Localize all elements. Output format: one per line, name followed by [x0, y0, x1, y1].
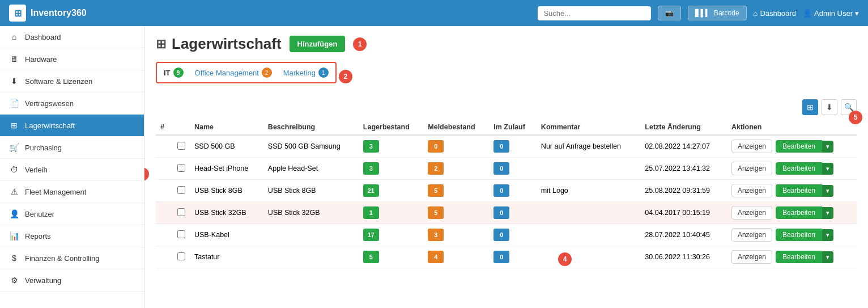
cell-comment-4	[537, 224, 640, 246]
sidebar-icon-software: ⬇	[9, 77, 19, 86]
cell-id-4	[156, 224, 173, 246]
barcode-button[interactable]: ▋▌▍ Barcode	[688, 6, 746, 20]
cell-threshold-4: 3	[423, 224, 489, 246]
threshold-badge-0: 0	[428, 140, 444, 153]
sidebar-item-vertragswesen[interactable]: 📄 Vertragswesen	[0, 92, 144, 115]
cell-threshold-3: 5	[423, 202, 489, 224]
row-checkbox-3[interactable]	[177, 208, 185, 216]
edit-dropdown-3[interactable]: ▾	[822, 207, 833, 219]
sidebar-item-finanzen[interactable]: $ Finanzen & Controlling	[0, 247, 144, 269]
sidebar-item-dashboard[interactable]: ⌂ Dashboard	[0, 26, 144, 48]
cell-check-2[interactable]	[173, 180, 190, 202]
row-checkbox-5[interactable]	[177, 252, 185, 260]
col-header-6: Im Zulauf	[489, 120, 537, 135]
sidebar-item-hardware[interactable]: 🖥 Hardware	[0, 48, 144, 70]
user-menu[interactable]: 👤 Admin User ▾	[803, 9, 859, 18]
table-row: SSD 500 GB SSD 500 GB Samsung 3 0 0 Nur …	[156, 135, 857, 158]
threshold-badge-5: 4	[428, 251, 444, 263]
edit-button-3[interactable]: Bearbeiten	[776, 206, 822, 219]
row-checkbox-0[interactable]	[177, 142, 185, 150]
col-header-4: Lagerbestand	[359, 120, 423, 135]
sidebar-label-fleet: Fleet Management	[25, 188, 86, 196]
search-input[interactable]	[538, 6, 651, 20]
cell-check-1[interactable]	[173, 158, 190, 180]
sidebar-item-fleet[interactable]: ⚠ Fleet Management	[0, 181, 144, 203]
sidebar-item-reports[interactable]: 📊 Reports	[0, 225, 144, 247]
show-button-4[interactable]: Anzeigen	[731, 228, 772, 242]
cell-check-5[interactable]	[173, 246, 190, 268]
edit-dropdown-5[interactable]: ▾	[822, 251, 833, 263]
cell-check-4[interactable]	[173, 224, 190, 246]
sidebar-icon-dashboard: ⌂	[9, 32, 19, 41]
row-checkbox-1[interactable]	[177, 164, 185, 172]
tab-it[interactable]: IT 9	[164, 66, 184, 79]
show-button-5[interactable]: Anzeigen	[731, 250, 772, 264]
col-header-9: Aktionen	[727, 120, 857, 135]
show-button-1[interactable]: Anzeigen	[731, 162, 772, 175]
tab-marketing[interactable]: Marketing 1	[283, 66, 329, 79]
edit-dropdown-2[interactable]: ▾	[822, 185, 833, 197]
cell-comment-2: mit Logo	[537, 180, 640, 202]
cell-threshold-0: 0	[423, 135, 489, 158]
inbound-badge-3: 0	[493, 206, 509, 219]
tab-office[interactable]: Office Management 2	[195, 66, 272, 79]
show-button-0[interactable]: Anzeigen	[731, 140, 772, 153]
table-row: USB Stick 8GB USB Stick 8GB 21 5 0 mit L…	[156, 180, 857, 202]
cell-threshold-5: 4	[423, 246, 489, 268]
sidebar-item-verwaltung[interactable]: ⚙ Verwaltung	[0, 269, 144, 292]
sidebar-label-verwaltung: Verwaltung	[25, 276, 61, 285]
inbound-badge-5: 0	[493, 251, 509, 263]
edit-button-5[interactable]: Bearbeiten	[776, 251, 822, 263]
sidebar-label-lagerwirtschaft: Lagerwirtschaft	[25, 121, 75, 130]
table-header-row: ⊞ ⬇ 🔍	[156, 99, 857, 115]
edit-group-4: Bearbeiten ▾	[776, 229, 833, 241]
sidebar-label-vertragswesen: Vertragswesen	[25, 99, 74, 108]
show-button-3[interactable]: Anzeigen	[731, 206, 772, 220]
sidebar-icon-fleet: ⚠	[9, 187, 19, 196]
cell-id-1	[156, 158, 173, 180]
sidebar-item-software[interactable]: ⬇ Software & Lizenzen	[0, 70, 144, 92]
cell-inbound-5: 0	[489, 246, 537, 268]
sidebar-icon-verwaltung: ⚙	[9, 276, 19, 285]
row-checkbox-2[interactable]	[177, 186, 185, 194]
cell-check-3[interactable]	[173, 202, 190, 224]
table-row: USB Stick 32GB USB Stick 32GB 1 5 0 04.0…	[156, 202, 857, 224]
sidebar-icon-purchasing: 🛒	[9, 143, 19, 152]
cell-threshold-2: 5	[423, 180, 489, 202]
layout: ⌂ Dashboard 🖥 Hardware ⬇ Software & Lize…	[0, 26, 868, 308]
camera-button[interactable]: 📷	[658, 6, 681, 20]
edit-button-1[interactable]: Bearbeiten	[776, 162, 822, 175]
logo[interactable]: ⊞ Inventory360	[9, 5, 87, 22]
edit-button-0[interactable]: Bearbeiten	[776, 140, 822, 153]
sidebar-icon-hardware: 🖥	[9, 54, 19, 64]
sidebar-item-benutzer[interactable]: 👤 Benutzer	[0, 203, 144, 225]
annotation-1: 1	[353, 37, 367, 51]
edit-button-2[interactable]: Bearbeiten	[776, 184, 822, 197]
sidebar-label-software: Software & Lizenzen	[25, 77, 92, 86]
cell-comment-0: Nur auf Anfrage bestellen	[537, 135, 640, 158]
grid-view-icon[interactable]: ⊞	[802, 99, 818, 115]
annotation-2: 2	[339, 70, 352, 83]
sidebar-item-purchasing[interactable]: 🛒 Purchasing	[0, 137, 144, 159]
cell-check-0[interactable]	[173, 135, 190, 158]
stock-badge-0: 3	[363, 140, 379, 153]
dashboard-link[interactable]: ⌂ Dashboard	[754, 9, 796, 18]
add-button[interactable]: Hinzufügen	[290, 36, 346, 52]
edit-button-4[interactable]: Bearbeiten	[776, 229, 822, 241]
stock-badge-2: 21	[363, 184, 379, 197]
show-button-2[interactable]: Anzeigen	[731, 184, 772, 197]
sidebar-icon-lagerwirtschaft: ⊞	[9, 121, 19, 130]
sidebar-item-verleih[interactable]: ⏱ Verleih	[0, 159, 144, 181]
edit-dropdown-4[interactable]: ▾	[822, 229, 833, 241]
col-header-0: #	[156, 120, 173, 135]
annotation-3: 3	[144, 167, 149, 181]
edit-dropdown-0[interactable]: ▾	[822, 141, 833, 153]
sidebar-item-lagerwirtschaft[interactable]: ⊞ Lagerwirtschaft	[0, 115, 144, 137]
table-row: Tastatur 5 4 0 30.06.2022 11:30:26 Anzei…	[156, 246, 857, 268]
cell-stock-0: 3	[359, 135, 423, 158]
export-icon[interactable]: ⬇	[822, 99, 837, 115]
cell-actions-1: Anzeigen Bearbeiten ▾	[727, 158, 857, 180]
sidebar-label-hardware: Hardware	[25, 55, 57, 64]
row-checkbox-4[interactable]	[177, 230, 185, 238]
edit-dropdown-1[interactable]: ▾	[822, 163, 833, 175]
